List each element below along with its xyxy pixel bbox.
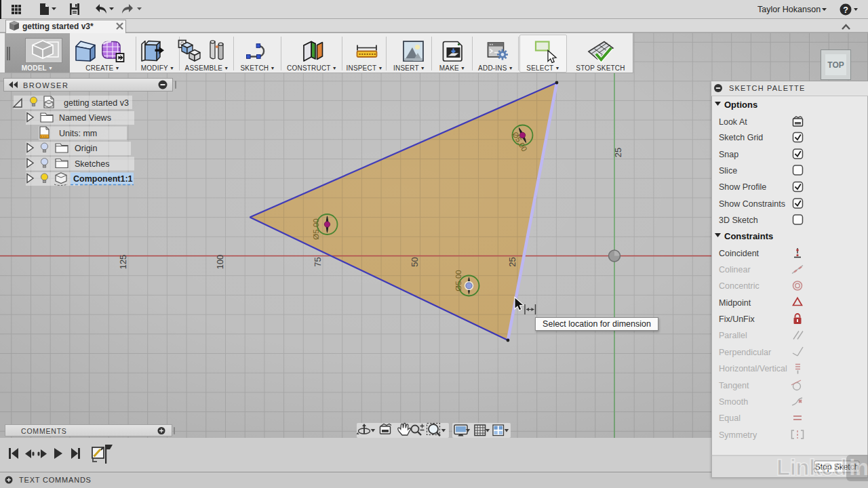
svg-text:Snap: Snap bbox=[719, 150, 738, 159]
svg-text:Component1:1: Component1:1 bbox=[73, 174, 133, 184]
svg-text:SKETCH PALETTE: SKETCH PALETTE bbox=[729, 84, 806, 92]
svg-text:TEXT COMMANDS: TEXT COMMANDS bbox=[19, 476, 92, 484]
svg-text:Symmetry: Symmetry bbox=[719, 430, 757, 440]
svg-text:Sketches: Sketches bbox=[75, 159, 109, 169]
svg-text:Coincident: Coincident bbox=[719, 249, 760, 258]
svg-text:?: ? bbox=[843, 5, 848, 15]
svg-text:Slice: Slice bbox=[719, 166, 737, 176]
svg-text:Fix/UnFix: Fix/UnFix bbox=[719, 314, 755, 324]
svg-text:3D Sketch: 3D Sketch bbox=[719, 216, 758, 225]
svg-text:Concentric: Concentric bbox=[719, 281, 760, 291]
svg-text:Named Views: Named Views bbox=[59, 113, 111, 123]
svg-text:Horizontal/Vertical: Horizontal/Vertical bbox=[719, 364, 787, 373]
svg-text:Midpoint: Midpoint bbox=[719, 298, 751, 308]
svg-text:Perpendicular: Perpendicular bbox=[719, 348, 771, 357]
svg-text:Taylor Hokanson: Taylor Hokanson bbox=[757, 5, 821, 14]
svg-text:getting started v3: getting started v3 bbox=[64, 98, 129, 108]
svg-text:Show Constraints: Show Constraints bbox=[719, 199, 785, 209]
svg-text:Smooth: Smooth bbox=[719, 397, 748, 407]
svg-text:Tangent: Tangent bbox=[719, 381, 749, 390]
svg-text:Sketch Grid: Sketch Grid bbox=[719, 133, 763, 142]
svg-text:Look At: Look At bbox=[719, 117, 747, 127]
svg-text:Colinear: Colinear bbox=[719, 265, 751, 274]
svg-text:Options: Options bbox=[724, 100, 757, 110]
svg-text:Origin: Origin bbox=[75, 144, 97, 153]
svg-text:Constraints: Constraints bbox=[724, 231, 773, 241]
svg-text:Show Profile: Show Profile bbox=[719, 182, 766, 192]
svg-text:COMMENTS: COMMENTS bbox=[21, 427, 67, 435]
svg-text:Parallel: Parallel bbox=[719, 331, 747, 340]
svg-text:Units: mm: Units: mm bbox=[59, 129, 97, 138]
svg-text:Equal: Equal bbox=[719, 413, 741, 423]
